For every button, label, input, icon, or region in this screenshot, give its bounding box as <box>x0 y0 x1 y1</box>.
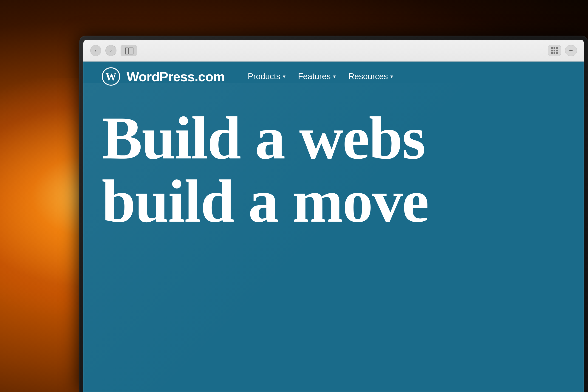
laptop-frame: ‹ › <box>79 36 588 392</box>
hero-text-line1: Build a webs <box>102 108 584 168</box>
nav-features-label: Features <box>298 72 331 81</box>
hero-section: Build a webs build a move <box>102 108 584 232</box>
laptop-screen: ‹ › <box>84 40 584 392</box>
extensions-button[interactable] <box>548 45 561 56</box>
nav-products-label: Products <box>248 72 280 81</box>
nav-resources-chevron: ▾ <box>390 73 393 80</box>
nav-item-resources[interactable]: Resources ▾ <box>348 72 393 81</box>
nav-products-chevron: ▾ <box>283 73 286 80</box>
sidebar-icon <box>125 48 132 54</box>
wp-logo-icon: W <box>102 67 120 86</box>
browser-toolbar: ‹ › <box>84 40 584 62</box>
website-viewport: W WordPress.com Products ▾ Features ▾ Re… <box>84 62 584 392</box>
nav-item-products[interactable]: Products ▾ <box>248 72 286 81</box>
back-button[interactable]: ‹ <box>90 45 101 56</box>
grid-icon <box>551 47 558 54</box>
nav-items: Products ▾ Features ▾ Resources ▾ <box>248 72 393 81</box>
wordpress-logo[interactable]: W WordPress.com <box>102 67 225 86</box>
nav-bar: W WordPress.com Products ▾ Features ▾ Re… <box>84 62 584 92</box>
nav-resources-label: Resources <box>348 72 388 81</box>
sidebar-toggle-button[interactable] <box>120 45 137 56</box>
forward-button[interactable]: › <box>106 45 116 56</box>
wp-logo-text: WordPress.com <box>126 69 225 84</box>
new-tab-button[interactable]: + <box>565 45 577 56</box>
nav-item-features[interactable]: Features ▾ <box>298 72 336 81</box>
nav-features-chevron: ▾ <box>333 73 336 80</box>
hero-text-line2: build a move <box>102 170 584 232</box>
